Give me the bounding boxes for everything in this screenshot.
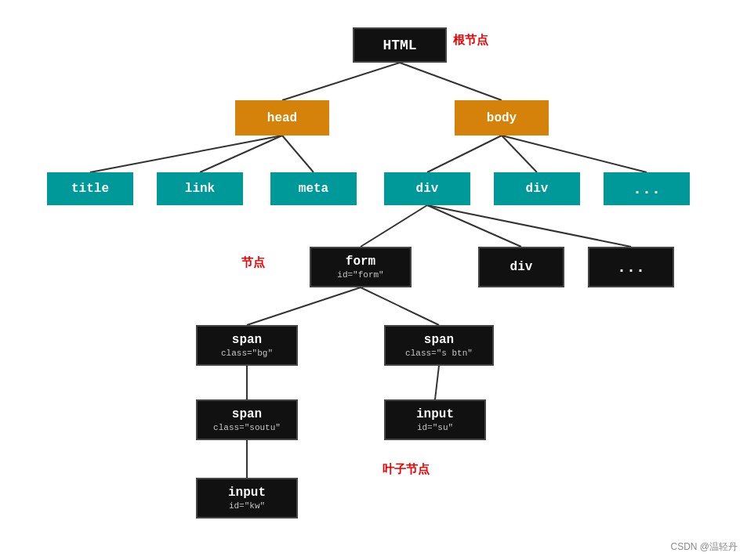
svg-line-6 [502, 135, 537, 172]
svg-line-11 [247, 287, 361, 325]
node-meta: meta [270, 172, 357, 205]
node-link: link [157, 172, 243, 205]
svg-line-9 [427, 205, 521, 247]
label-leaf-node: 叶子节点 [383, 462, 430, 477]
node-span1: span class="bg" [196, 325, 298, 366]
node-head: head [235, 100, 329, 135]
node-form: form id="form" [310, 247, 412, 287]
svg-line-5 [427, 135, 502, 172]
svg-line-10 [427, 205, 631, 247]
svg-line-8 [361, 205, 427, 247]
node-dots2: ... [588, 247, 674, 287]
svg-line-7 [502, 135, 647, 172]
svg-line-4 [282, 135, 314, 172]
svg-line-3 [200, 135, 282, 172]
label-root-node: 根节点 [453, 33, 488, 48]
node-body: body [455, 100, 549, 135]
svg-line-2 [90, 135, 282, 172]
svg-line-0 [282, 63, 400, 100]
watermark: CSDN @温轻丹 [670, 540, 738, 554]
node-span2: span class="s btn" [384, 325, 494, 366]
svg-line-1 [400, 63, 502, 100]
svg-line-12 [361, 287, 439, 325]
label-node: 节点 [241, 255, 265, 270]
node-input-su: input id="su" [384, 399, 486, 440]
node-dots1: ... [604, 172, 690, 205]
node-div1: div [384, 172, 470, 205]
node-html: HTML [353, 27, 447, 63]
svg-line-14 [435, 366, 439, 399]
node-title: title [47, 172, 133, 205]
node-div2: div [494, 172, 580, 205]
node-div3: div [478, 247, 564, 287]
node-input-kw: input id="kw" [196, 478, 298, 518]
node-span3: span class="soutu" [196, 399, 298, 440]
